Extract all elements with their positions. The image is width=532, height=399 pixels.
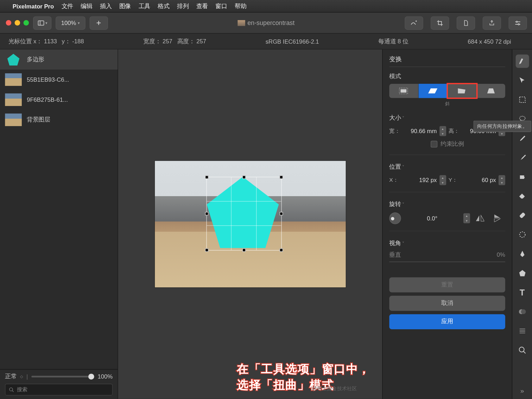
layer-name: 背景图层 bbox=[27, 116, 50, 124]
svg-rect-12 bbox=[401, 89, 407, 93]
layer-row[interactable]: 9F6B275B-61... bbox=[0, 90, 118, 110]
page-button[interactable] bbox=[457, 16, 475, 30]
info-bar: 光标位置 x： 1133 y： -188 宽度： 257 高度： 257 sRG… bbox=[0, 33, 532, 49]
style-tool[interactable] bbox=[515, 55, 529, 68]
menu-format[interactable]: 格式 bbox=[158, 2, 169, 10]
flip-horizontal-button[interactable] bbox=[473, 212, 488, 224]
x-field[interactable]: 192 px bbox=[404, 177, 437, 183]
mode-resize-button[interactable] bbox=[389, 84, 418, 98]
colorspace: sRGB IEC61966-2.1 bbox=[266, 38, 319, 45]
perspective-slider[interactable] bbox=[389, 261, 505, 262]
settings-button[interactable] bbox=[508, 16, 527, 30]
svg-marker-15 bbox=[487, 88, 494, 93]
x-stepper[interactable]: ▲▼ bbox=[439, 175, 446, 185]
opacity-value: 100% bbox=[97, 373, 113, 380]
perspective-v-value[interactable]: 0% bbox=[497, 251, 505, 259]
apply-button[interactable]: 应用 bbox=[389, 314, 505, 329]
fullscreen-window-icon[interactable] bbox=[24, 20, 29, 25]
draw-button[interactable] bbox=[405, 16, 423, 30]
angle-stepper[interactable]: ▲▼ bbox=[463, 213, 470, 224]
svg-marker-17 bbox=[481, 215, 484, 221]
mode-distort-button[interactable] bbox=[448, 84, 477, 98]
position-section-head[interactable]: 位置 bbox=[389, 163, 505, 171]
width-label: 宽： bbox=[389, 127, 401, 135]
height-label: 高： bbox=[449, 127, 460, 135]
menu-help[interactable]: 帮助 bbox=[235, 2, 246, 10]
angle-field[interactable]: 0.0° bbox=[404, 215, 461, 222]
layer-name: 9F6B275B-61... bbox=[27, 96, 68, 103]
menu-insert[interactable]: 插入 bbox=[100, 2, 112, 10]
shape-tool[interactable] bbox=[515, 228, 529, 241]
handle-ml[interactable] bbox=[205, 212, 208, 216]
svg-point-23 bbox=[519, 232, 525, 237]
share-button[interactable] bbox=[483, 16, 501, 30]
window-toolbar: ▾ 100%▾ + en-supercontrast bbox=[0, 13, 532, 33]
pen-tool[interactable] bbox=[515, 247, 529, 261]
text-tool[interactable]: T bbox=[515, 286, 529, 299]
canvas-area[interactable]: 在「工具选项」窗口中，选择「扭曲」模式 @稀土掘金技术社区 bbox=[118, 49, 382, 399]
angle-dial[interactable] bbox=[389, 212, 401, 224]
menu-window[interactable]: 窗口 bbox=[215, 2, 227, 10]
svg-point-2 bbox=[416, 21, 417, 21]
perspective-v-label: 垂直 bbox=[389, 251, 401, 259]
handle-tl[interactable] bbox=[205, 175, 208, 179]
y-stepper[interactable]: ▲▼ bbox=[499, 175, 505, 185]
window-controls bbox=[6, 20, 29, 25]
handle-bl[interactable] bbox=[205, 248, 208, 252]
search-icon bbox=[9, 387, 14, 392]
app-name[interactable]: Pixelmator Pro bbox=[13, 3, 54, 10]
cursor-x-label: 光标位置 x： bbox=[8, 37, 42, 44]
reset-button[interactable]: 重置 bbox=[389, 278, 505, 293]
fill-tool[interactable] bbox=[515, 170, 529, 183]
perspective-section-head[interactable]: 视角 bbox=[389, 239, 505, 247]
blend-mode-dropdown[interactable]: 正常 bbox=[5, 373, 17, 380]
rotation-section-head[interactable]: 旋转 bbox=[389, 201, 505, 208]
zoom-tool[interactable] bbox=[515, 343, 529, 357]
color-tool[interactable] bbox=[515, 305, 529, 318]
handle-br[interactable] bbox=[279, 248, 283, 252]
svg-point-26 bbox=[521, 309, 526, 314]
width-stepper[interactable]: ▲▼ bbox=[439, 126, 446, 136]
layer-search-input[interactable]: 搜索 bbox=[5, 384, 113, 395]
flip-vertical-button[interactable] bbox=[490, 212, 505, 224]
handle-tm[interactable] bbox=[242, 175, 246, 179]
width-field[interactable]: 90.66 mm bbox=[404, 128, 437, 135]
minimize-window-icon[interactable] bbox=[15, 20, 20, 25]
menu-file[interactable]: 文件 bbox=[62, 2, 73, 10]
expand-tools-icon[interactable]: » bbox=[520, 387, 524, 394]
arrow-tool[interactable] bbox=[515, 74, 529, 87]
sidebar-toggle-button[interactable]: ▾ bbox=[33, 16, 51, 30]
canvas[interactable] bbox=[155, 161, 346, 287]
menu-image[interactable]: 图像 bbox=[119, 2, 131, 10]
layer-row[interactable]: 多边形 bbox=[0, 49, 118, 69]
layer-name: 多边形 bbox=[27, 56, 44, 63]
constrain-checkbox[interactable] bbox=[431, 141, 437, 148]
brush-tool[interactable] bbox=[515, 151, 529, 164]
y-field[interactable]: 60 px bbox=[463, 177, 496, 183]
close-window-icon[interactable] bbox=[6, 20, 11, 25]
mode-perspective-button[interactable] bbox=[476, 84, 505, 98]
menu-tools[interactable]: 工具 bbox=[139, 2, 150, 10]
layer-row[interactable]: 背景图层 bbox=[0, 110, 118, 130]
menu-arrange[interactable]: 排列 bbox=[177, 2, 189, 10]
menu-view[interactable]: 查看 bbox=[196, 2, 208, 10]
handle-mr[interactable] bbox=[279, 212, 283, 216]
marquee-tool[interactable] bbox=[515, 93, 529, 106]
add-button[interactable]: + bbox=[89, 16, 108, 30]
eraser-tool[interactable] bbox=[515, 189, 529, 203]
heal-tool[interactable] bbox=[515, 208, 529, 222]
mode-skew-button[interactable] bbox=[418, 84, 448, 98]
gradient-tool[interactable] bbox=[515, 324, 529, 338]
layer-row[interactable]: 55B1EB93-C6... bbox=[0, 69, 118, 89]
crop-button[interactable] bbox=[431, 16, 449, 30]
opacity-slider[interactable] bbox=[31, 376, 94, 378]
menu-edit[interactable]: 编辑 bbox=[81, 2, 92, 10]
svg-marker-13 bbox=[428, 88, 437, 93]
selection-box[interactable] bbox=[206, 177, 281, 250]
handle-bm[interactable] bbox=[242, 248, 246, 252]
polygon-tool[interactable] bbox=[515, 267, 529, 280]
cancel-button[interactable]: 取消 bbox=[389, 296, 505, 311]
zoom-dropdown[interactable]: 100%▾ bbox=[56, 16, 85, 30]
eyedropper-tool[interactable] bbox=[515, 132, 529, 145]
handle-tr[interactable] bbox=[279, 175, 283, 179]
